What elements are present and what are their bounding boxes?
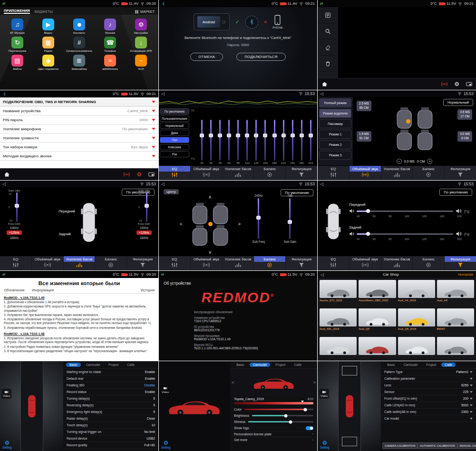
tab-surround[interactable]: Объёмный звук: [190, 256, 222, 270]
video-tab[interactable]: Video: [319, 389, 329, 399]
tab-filter[interactable]: Фильтрация: [285, 166, 317, 180]
tab-surround[interactable]: Объёмный звук: [349, 256, 381, 270]
tab-eq[interactable]: EQ: [318, 256, 349, 270]
tab-360[interactable]: Project: [272, 363, 289, 367]
setting-button[interactable]: ⚙ Setting: [2, 440, 12, 449]
gear-icon[interactable]: ⚙: [136, 172, 142, 177]
slider-handle[interactable]: [272, 134, 277, 137]
eq-band-slider[interactable]: [235, 120, 242, 161]
settings-row[interactable]: Reversing delay(s) 5: [63, 402, 158, 409]
tab-bass-boost[interactable]: Усиление басов: [222, 166, 254, 180]
tab-history[interactable]: История: [141, 288, 155, 292]
car-card[interactable]: AstonMartin_DBS_2020: [359, 280, 396, 307]
eq-band-slider[interactable]: [271, 120, 278, 161]
app-launcher-item[interactable]: ☻ Контакты: [64, 19, 95, 34]
settings-row[interactable]: Emergency light delay(s) 5: [63, 409, 158, 415]
dropdown-icon[interactable]: [152, 137, 155, 139]
rear-filter-slider[interactable]: [357, 233, 453, 235]
tab-updates[interactable]: Обновления: [4, 288, 24, 292]
color-slider[interactable]: [244, 409, 313, 410]
delay-chip-front-left[interactable]: 2.5 MS85 CM: [357, 101, 371, 111]
settings-row[interactable]: Record device USB2: [63, 435, 158, 442]
tab-360[interactable]: Carmodel: [83, 363, 103, 367]
tab-filter[interactable]: Фильтрация: [444, 256, 476, 270]
tab-360[interactable]: Calib: [441, 363, 456, 367]
tab-filter[interactable]: Фильтрация: [126, 256, 158, 270]
calibration-button[interactable]: AUTOMATIC CALIBRATION: [418, 442, 457, 449]
tab-360[interactable]: Carmodel: [400, 363, 421, 367]
gear-icon[interactable]: ⚙: [454, 81, 459, 87]
slider-handle[interactable]: [218, 134, 222, 137]
slider-handle[interactable]: [209, 134, 213, 137]
delay-chip-rear-right[interactable]: 0.0 MS0 CM: [457, 131, 472, 142]
tab-360[interactable]: Project: [105, 363, 122, 367]
front-filter-slider[interactable]: [357, 211, 453, 212]
preset-button[interactable]: По умолчанию: [160, 108, 189, 115]
mode-button[interactable]: Режим 1: [319, 130, 351, 139]
calib-row[interactable]: Pattern Type Pattern2: [381, 369, 476, 375]
app-launcher-item[interactable]: ≈ adbWireless: [95, 55, 126, 70]
app-launcher-item[interactable]: ↻ Перезагрузка: [2, 37, 33, 52]
eq-band-slider[interactable]: [199, 120, 205, 161]
video-tab[interactable]: Video: [160, 385, 170, 395]
slider-handle[interactable]: [366, 209, 370, 213]
gain-slider[interactable]: [13, 192, 20, 222]
tab-360[interactable]: Basic: [384, 363, 398, 367]
app-launcher-item[interactable]: ♪ Музыка: [95, 19, 126, 34]
delay-chip-front-right[interactable]: 0.5 MS17 CM: [457, 109, 472, 120]
app-launcher-item[interactable]: ≣ Эквалайзер: [64, 55, 95, 70]
slider-handle[interactable]: [282, 134, 286, 137]
settings-row[interactable]: Record status Enable: [63, 389, 158, 395]
minus-button[interactable]: −: [397, 159, 402, 164]
show-logo-toggle[interactable]: [306, 426, 313, 430]
slider-handle[interactable]: [254, 134, 258, 137]
calib-row[interactable]: Calib width(AB in mm) 2300: [381, 409, 476, 415]
preset-button[interactable]: Джаз: [160, 130, 189, 136]
app-launcher-item[interactable]: ⚙ Настройки: [126, 19, 156, 34]
slider-handle[interactable]: [256, 216, 261, 220]
delay-chip-rear-left[interactable]: 1.5 MS51 CM: [357, 131, 371, 142]
setting-button[interactable]: ⚙ Setting: [161, 440, 171, 449]
brightness-slider[interactable]: [252, 415, 313, 416]
settings-row[interactable]: Record quality Full HD: [63, 442, 158, 449]
car-card[interactable]: Audi_A8L_2018: [320, 308, 357, 335]
settings-row[interactable]: Floating 360 Disable: [63, 382, 158, 389]
back-icon[interactable]: ◁: [321, 272, 324, 277]
preset-button[interactable]: Нормальный: [160, 123, 189, 129]
eq-band-slider[interactable]: [280, 120, 287, 161]
settings-row[interactable]: Turning signal trigger on No limit: [63, 429, 158, 435]
listener-position-dot[interactable]: [406, 119, 410, 124]
get-more-link[interactable]: Get more ›: [230, 437, 317, 442]
dropdown-icon[interactable]: [152, 101, 155, 103]
home-icon[interactable]: [4, 172, 10, 177]
car-card[interactable]: [398, 337, 435, 361]
settings-row[interactable]: Усиление громкости: [0, 134, 158, 143]
settings-row[interactable]: Тон набора номера Без звука: [0, 143, 158, 152]
pip-icon[interactable]: [466, 81, 472, 87]
next-car-icon[interactable]: >: [313, 380, 316, 385]
edit-list-button[interactable]: [318, 7, 338, 23]
connect-button[interactable]: ПОДКЛЮЧИТЬСЯ: [236, 53, 285, 61]
car-card[interactable]: Audi_Q8_2018: [398, 308, 435, 335]
car-card[interactable]: Audi_A8: [437, 280, 474, 307]
app-launcher-item[interactable]: ~ AUX: [126, 55, 156, 70]
dropdown-icon[interactable]: [152, 155, 155, 157]
license-plate-link[interactable]: Personalized license plate ›: [230, 431, 317, 437]
tab-360[interactable]: Project: [423, 363, 439, 367]
slider-handle[interactable]: [291, 134, 295, 137]
app-launcher-item[interactable]: ◆ Цвет подсветки: [33, 55, 64, 70]
setting-button[interactable]: ⚙ Setting: [320, 440, 330, 449]
tab-surround[interactable]: Объёмный звук: [31, 256, 63, 270]
slider-handle[interactable]: [309, 134, 313, 137]
eq-band-slider[interactable]: [289, 120, 296, 161]
car-card[interactable]: BMW7: [437, 308, 474, 335]
slider-handle[interactable]: [284, 414, 288, 417]
broadcast-icon[interactable]: [124, 172, 130, 177]
tab-360[interactable]: Carmodel: [250, 363, 270, 367]
slider-handle[interactable]: [15, 204, 19, 208]
tab-eq[interactable]: EQ: [318, 166, 349, 180]
car-card[interactable]: Aeolus_E70_2022: [320, 280, 357, 307]
calib-row[interactable]: Calib LEN(AD in mm) 5000: [381, 402, 476, 409]
clean-button[interactable]: [318, 39, 338, 56]
freq-boost-chip[interactable]: +125Hz: [7, 230, 22, 235]
